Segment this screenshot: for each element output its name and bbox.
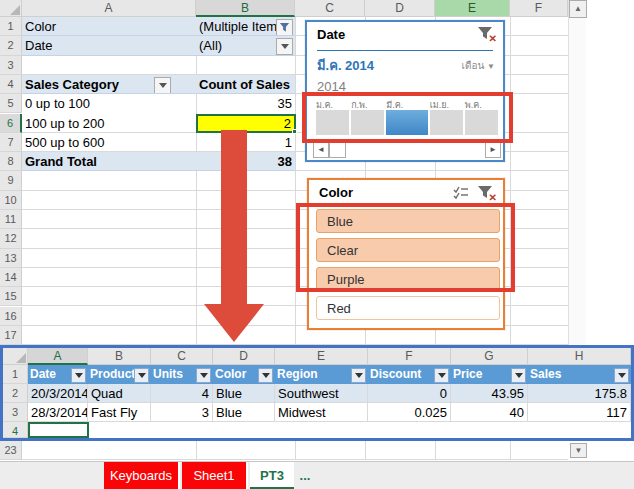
table-header-region[interactable]: Region [275, 365, 368, 384]
cell-a3[interactable]: 28/3/2014 [28, 403, 88, 422]
cell-a2[interactable]: 20/3/2014 [28, 384, 88, 403]
row-header-13[interactable]: 13 [0, 249, 22, 268]
row-header-17[interactable]: 17 [0, 326, 22, 345]
cell-f3[interactable]: 0.025 [368, 403, 451, 422]
row-header-16[interactable]: 16 [0, 307, 22, 326]
active-cell-a4[interactable] [28, 422, 89, 438]
table-column-header-h[interactable]: H [528, 348, 631, 365]
row-header-11[interactable]: 11 [0, 210, 22, 229]
filter-dropdown-icon[interactable] [511, 368, 526, 383]
table-column-header-g[interactable]: G [451, 348, 528, 365]
row-header-2[interactable]: 2 [0, 36, 22, 55]
table-row-header-1[interactable]: 1 [3, 365, 28, 384]
table-header-sales[interactable]: Sales [528, 365, 631, 384]
table-header-price[interactable]: Price [451, 365, 528, 384]
column-header-b[interactable]: B [196, 0, 295, 17]
filter-dropdown-icon[interactable] [614, 368, 629, 383]
cell-g2[interactable]: 43.95 [451, 384, 528, 403]
cell-h3[interactable]: 117 [528, 403, 631, 422]
pivot-value-header[interactable]: Count of Sales [196, 75, 295, 94]
sheet-tab-overflow[interactable]: ... [296, 462, 314, 489]
scroll-up-icon[interactable]: ▲ [569, 0, 587, 18]
column-header-a[interactable]: A [22, 0, 196, 17]
filter-dropdown-icon[interactable] [258, 368, 273, 383]
pivot-filter-field-color[interactable]: Color [22, 17, 196, 36]
cell-b2[interactable]: Quad [88, 384, 151, 403]
column-header-f[interactable]: F [510, 0, 568, 17]
filter-dropdown-icon[interactable] [71, 368, 86, 383]
select-all-corner[interactable] [3, 348, 28, 365]
table-header-product[interactable]: Product [88, 365, 151, 384]
slicer-item-red[interactable]: Red [316, 296, 500, 320]
pivot-filter-field-date[interactable]: Date [22, 36, 196, 55]
filter-dropdown-icon[interactable] [434, 368, 449, 383]
row-header-6[interactable]: 6 [0, 114, 22, 133]
row-header-15[interactable]: 15 [0, 287, 22, 306]
table-column-header-c[interactable]: C [151, 348, 213, 365]
dropdown-arrow-icon[interactable] [276, 38, 293, 55]
filter-dropdown-icon[interactable] [196, 368, 211, 383]
sheet-tab-pt3-active[interactable]: PT3 [250, 462, 294, 489]
table-header-color[interactable]: Color [213, 365, 275, 384]
cell-f2[interactable]: 0 [368, 384, 451, 403]
timeline-scrollbar[interactable]: ◄ ► [313, 142, 501, 157]
column-header-c[interactable]: C [295, 0, 365, 17]
table-row-header-3[interactable]: 3 [3, 403, 28, 422]
select-all-corner[interactable] [0, 0, 22, 17]
cell-e2[interactable]: Southwest [275, 384, 368, 403]
table-header-units[interactable]: Units [151, 365, 213, 384]
table-row-header-4[interactable]: 4 [3, 422, 28, 438]
row-header-4[interactable]: 4 [0, 75, 22, 94]
row-header-14[interactable]: 14 [0, 268, 22, 287]
multi-select-icon[interactable] [453, 186, 469, 203]
table-column-header-a[interactable]: A [28, 348, 88, 365]
table-header-discount[interactable]: Discount [368, 365, 451, 384]
cell-g3[interactable]: 40 [451, 403, 528, 422]
cell-d3[interactable]: Blue [213, 403, 275, 422]
timeline-clear-filter-icon[interactable]: ✕ [477, 26, 495, 42]
row-header-5[interactable]: 5 [0, 94, 22, 113]
filter-funnel-icon[interactable] [276, 19, 293, 36]
table-column-header-d[interactable]: D [213, 348, 275, 365]
table-row-header-2[interactable]: 2 [3, 384, 28, 403]
table-header-date[interactable]: Date [28, 365, 88, 384]
row-header-3[interactable]: 3 [0, 56, 22, 75]
pivot-row-category[interactable]: 0 up to 100 [22, 94, 196, 113]
table-column-header-f[interactable]: F [368, 348, 451, 365]
row-label-dropdown-icon[interactable] [154, 77, 171, 94]
slicer-clear-filter-icon[interactable]: ✕ [477, 185, 495, 201]
pivot-row-category[interactable]: 500 up to 600 [22, 133, 196, 152]
column-header-d[interactable]: D [365, 0, 435, 17]
pivot-row-label-header[interactable]: Sales Category [22, 75, 196, 94]
cell-e3[interactable]: Midwest [275, 403, 368, 422]
column-header-e[interactable]: E [435, 0, 510, 17]
scroll-down-icon[interactable]: ▼ [570, 443, 587, 458]
pivot-grand-total-label[interactable]: Grand Total [22, 152, 196, 171]
cell-c3[interactable]: 3 [151, 403, 213, 422]
sheet-tab-keyboards[interactable]: Keyboards [104, 462, 180, 489]
table-column-header-b[interactable]: B [88, 348, 151, 365]
table-column-header-e[interactable]: E [275, 348, 368, 365]
cell-d2[interactable]: Blue [213, 384, 275, 403]
filter-dropdown-icon[interactable] [351, 368, 366, 383]
scroll-left-icon[interactable]: ◄ [313, 142, 329, 158]
timeline-level-selector[interactable]: เดือน ▼ [462, 58, 495, 73]
scroll-right-icon[interactable]: ► [485, 142, 501, 158]
cell-h2[interactable]: 175.8 [528, 384, 631, 403]
cell-c2[interactable]: 4 [151, 384, 213, 403]
pivot-filter-value-color[interactable]: (Multiple Items) [196, 17, 295, 36]
vertical-scrollbar[interactable]: ▲ [568, 0, 586, 345]
pivot-row-value[interactable]: 35 [196, 94, 295, 113]
row-header-12[interactable]: 12 [0, 229, 22, 248]
scrollbar-thumb[interactable] [329, 142, 346, 158]
row-header-10[interactable]: 10 [0, 191, 22, 210]
pivot-filter-value-date[interactable]: (All) [196, 36, 295, 55]
row-header-8[interactable]: 8 [0, 152, 22, 171]
sheet-tab-sheet1[interactable]: Sheet1 [182, 462, 248, 489]
row-header-23[interactable]: 23 [0, 441, 22, 460]
row-header-9[interactable]: 9 [0, 171, 22, 190]
row-header-7[interactable]: 7 [0, 133, 22, 152]
pivot-row-category[interactable]: 100 up to 200 [22, 114, 196, 133]
cell-b3[interactable]: Fast Fly [88, 403, 151, 422]
filter-dropdown-icon[interactable] [134, 368, 149, 383]
